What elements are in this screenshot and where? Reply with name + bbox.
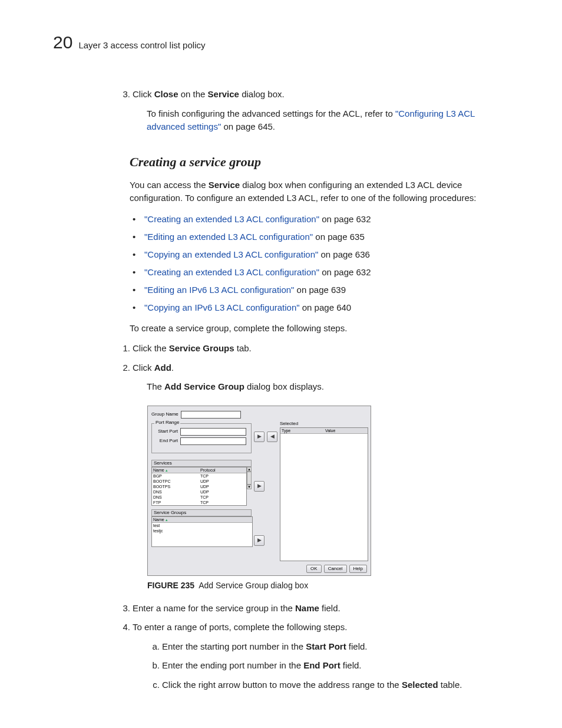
- step-3-note: To finish configuring the advanced setti…: [53, 107, 509, 134]
- link-copy-ipv6[interactable]: "Copying an IPv6 L3 ACL configuration": [144, 302, 300, 312]
- step-4: To enter a range of ports, complete the …: [133, 621, 509, 634]
- table-row: BOOTPCUDP: [152, 479, 246, 484]
- table-row: BOOTPSUDP: [152, 484, 246, 489]
- selected-label: Selected: [280, 421, 367, 426]
- step-2-note: The Add Service Group dialog box display…: [53, 380, 509, 394]
- list-item: "Editing an IPv6 L3 ACL configuration" o…: [144, 283, 509, 297]
- link-edit-ext[interactable]: "Editing an extended L3 ACL configuratio…: [144, 232, 313, 242]
- service-label: Service: [208, 89, 239, 99]
- group-name-label: Group Name: [151, 412, 178, 417]
- step-3b: Enter a name for the service group in th…: [133, 602, 509, 615]
- services-header: Services: [151, 460, 252, 467]
- list-item: "Creating an extended L3 ACL configurati…: [144, 212, 509, 226]
- end-port-input[interactable]: [180, 437, 246, 445]
- service-groups-header: Service Groups: [151, 509, 252, 516]
- figure-235: Group Name Port Range Start Port End Por…: [147, 406, 371, 576]
- services-table[interactable]: Name▲ Protocol BGPTCP BOOTPCUDP BOOTPSUD…: [151, 467, 247, 506]
- intro-paragraph: You can access the Service dialog box wh…: [53, 179, 509, 205]
- table-row: testjc: [152, 528, 252, 533]
- heading-creating-service-group: Creating a service group: [53, 154, 509, 170]
- chapter-number: 20: [53, 32, 72, 52]
- link-copy-ext[interactable]: "Copying an extended L3 ACL configuratio…: [144, 249, 318, 259]
- scroll-up-button[interactable]: ▲: [247, 467, 252, 472]
- step-4b: Enter the ending port number in the End …: [162, 659, 509, 673]
- table-row: FTPTCP: [152, 500, 246, 505]
- step-1: Click the Service Groups tab.: [133, 342, 509, 355]
- step-3: Click Close on the Service dialog box.: [133, 88, 509, 101]
- create-intro: To create a service group, complete the …: [53, 322, 509, 335]
- add-service-arrow-icon[interactable]: ▶: [254, 481, 265, 492]
- port-range-fieldset: Port Range Start Port End Port: [151, 423, 252, 453]
- add-service-group-dialog: Group Name Port Range Start Port End Por…: [147, 406, 371, 576]
- table-row: test: [152, 523, 252, 528]
- table-row: DNSUDP: [152, 489, 246, 495]
- list-item: "Copying an IPv6 L3 ACL configuration" o…: [144, 301, 509, 315]
- scroll-down-button[interactable]: ▼: [247, 485, 252, 489]
- group-name-input[interactable]: [181, 411, 241, 419]
- selected-table[interactable]: Type Value: [280, 427, 368, 561]
- group-name-row: Group Name: [151, 411, 367, 419]
- help-button[interactable]: Help: [349, 565, 367, 573]
- add-port-range-arrow-icon[interactable]: ▶: [254, 431, 265, 442]
- link-edit-ipv6[interactable]: "Editing an IPv6 L3 ACL configuration": [144, 285, 294, 295]
- cancel-button[interactable]: Cancel: [324, 565, 347, 573]
- list-item: "Editing an extended L3 ACL configuratio…: [144, 230, 509, 244]
- sort-asc-icon[interactable]: ▲: [165, 518, 168, 522]
- page-header: 20 Layer 3 access control list policy: [53, 32, 509, 52]
- ok-button[interactable]: OK: [306, 565, 322, 573]
- figure-caption: FIGURE 235 Add Service Group dialog box: [53, 581, 509, 590]
- list-item: "Creating an extended L3 ACL configurati…: [144, 265, 509, 279]
- add-service-group-arrow-icon[interactable]: ▶: [254, 535, 265, 546]
- list-item: "Copying an extended L3 ACL configuratio…: [144, 248, 509, 262]
- link-create-ext-2[interactable]: "Creating an extended L3 ACL configurati…: [144, 267, 319, 277]
- sort-asc-icon[interactable]: ▲: [165, 469, 168, 472]
- service-groups-table[interactable]: Name▲ test testjc: [151, 516, 253, 547]
- port-range-legend: Port Range: [154, 420, 180, 425]
- end-port-label: End Port: [154, 439, 178, 443]
- table-row: DNSTCP: [152, 495, 246, 500]
- close-label: Close: [154, 89, 178, 99]
- link-create-ext[interactable]: "Creating an extended L3 ACL configurati…: [144, 214, 319, 224]
- scroll-track[interactable]: [247, 472, 252, 485]
- table-row: BGPTCP: [152, 473, 246, 479]
- step-2: Click Add.: [133, 361, 509, 375]
- step-4c: Click the right arrow button to move the…: [162, 678, 509, 692]
- start-port-label: Start Port: [154, 429, 178, 434]
- section-title: Layer 3 access control list policy: [78, 40, 205, 50]
- remove-selected-arrow-icon[interactable]: ◀: [267, 431, 277, 442]
- start-port-input[interactable]: [180, 428, 246, 436]
- step-4a: Enter the starting port number in the St…: [162, 640, 509, 654]
